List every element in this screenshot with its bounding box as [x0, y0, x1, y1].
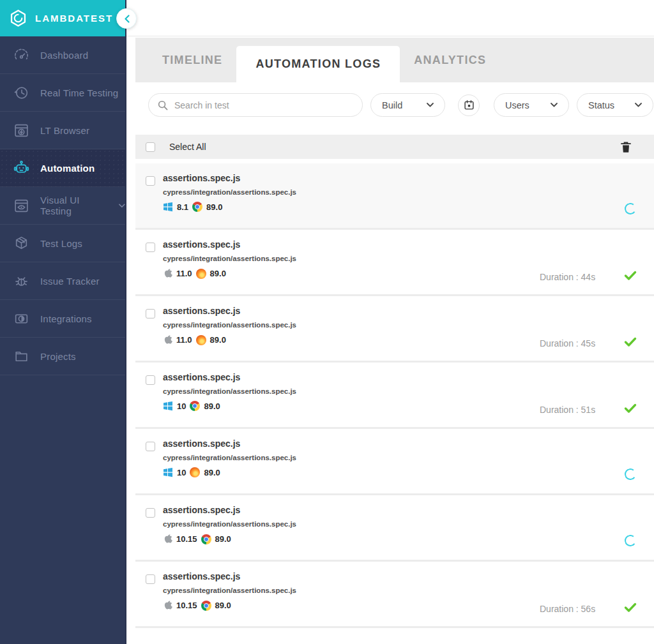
build-dropdown-label: Build [382, 100, 402, 110]
sidebar-item-visual-ui-testing[interactable]: Visual UI Testing [0, 187, 125, 225]
windows-icon [163, 467, 173, 477]
status-dropdown[interactable]: Status [577, 93, 653, 117]
calendar-button[interactable] [458, 94, 480, 116]
test-row[interactable]: assertions.spec.js cypress/integration/a… [135, 495, 654, 562]
os-version: 10 [177, 401, 186, 411]
test-title: assertions.spec.js [163, 306, 296, 316]
sidebar-item-label: Real Time Testing [40, 87, 118, 98]
status-passed-icon [624, 602, 637, 613]
brand-header: LAMBDATEST [0, 0, 125, 36]
build-dropdown[interactable]: Build [370, 93, 445, 117]
tab-timeline[interactable]: TIMELINE [148, 38, 236, 82]
sidebar-item-integrations[interactable]: Integrations [0, 300, 125, 338]
test-title: assertions.spec.js [163, 372, 296, 382]
sidebar-item-lt-browser[interactable]: LT Browser [0, 112, 125, 149]
chevron-left-icon [124, 15, 130, 23]
test-path: cypress/integration/assertions.spec.js [163, 454, 296, 461]
search-icon [158, 100, 168, 110]
test-row[interactable]: assertions.spec.js cypress/integration/a… [135, 363, 654, 429]
select-all-checkbox[interactable] [146, 142, 155, 152]
browser-version: 89.0 [215, 601, 231, 610]
firefox-icon [196, 269, 206, 279]
delete-trash-icon[interactable] [621, 141, 631, 153]
visual-ui-eye-icon [13, 197, 30, 214]
filter-bar: Build Users Status [135, 82, 654, 128]
windows-icon [163, 401, 173, 411]
test-path: cypress/integration/assertions.spec.js [163, 520, 296, 528]
sidebar-item-label: Projects [40, 351, 76, 362]
users-dropdown-label: Users [505, 100, 529, 110]
tab-bar: TIMELINE AUTOMATION LOGS ANALYTICS [135, 38, 654, 82]
duration-label: Duration : 45s [540, 338, 595, 348]
lambdatest-logo-icon [9, 9, 27, 27]
tab-automation-logs[interactable]: AUTOMATION LOGS [236, 46, 400, 82]
os-version: 10.15 [176, 601, 197, 610]
row-checkbox[interactable] [146, 574, 155, 584]
browser-version: 89.0 [204, 401, 220, 411]
browser-version: 89.0 [206, 202, 222, 212]
row-checkbox[interactable] [146, 176, 155, 186]
automation-robot-icon [13, 160, 30, 177]
sidebar-item-real-time-testing[interactable]: Real Time Testing [0, 74, 125, 112]
firefox-icon [196, 335, 206, 345]
sidebar-item-label: Test Logs [40, 238, 82, 249]
apple-icon [163, 600, 172, 611]
sidebar-collapse-button[interactable] [116, 8, 137, 29]
main-content: TIMELINE AUTOMATION LOGS ANALYTICS Build… [135, 38, 654, 644]
test-path: cypress/integration/assertions.spec.js [163, 321, 296, 329]
test-row[interactable]: assertions.spec.js cypress/integration/a… [135, 296, 654, 363]
status-passed-icon [624, 270, 637, 281]
chrome-icon [192, 202, 202, 212]
tab-analytics[interactable]: ANALYTICS [400, 38, 500, 82]
test-row[interactable]: assertions.spec.js cypress/integration/a… [135, 163, 654, 230]
test-row[interactable]: assertions.spec.js cypress/integration/a… [135, 429, 654, 495]
integrations-icon [13, 310, 30, 327]
test-logs-box-icon [13, 235, 30, 252]
users-dropdown[interactable]: Users [494, 93, 569, 117]
row-checkbox[interactable] [146, 442, 155, 451]
test-row[interactable]: assertions.spec.js cypress/integration/a… [135, 562, 654, 628]
status-dropdown-label: Status [588, 100, 614, 110]
chrome-icon [201, 534, 211, 544]
browser-version: 89.0 [204, 468, 220, 477]
realtime-clock-icon [13, 84, 30, 101]
os-version: 11.0 [176, 269, 192, 278]
chrome-icon [201, 601, 211, 611]
test-list: assertions.spec.js cypress/integration/a… [135, 163, 654, 628]
search-input[interactable] [174, 100, 353, 110]
test-path: cypress/integration/assertions.spec.js [163, 255, 296, 262]
test-title: assertions.spec.js [163, 438, 296, 449]
sidebar-nav: Dashboard Real Time Testing LT Browser [0, 36, 125, 375]
chrome-icon [190, 401, 200, 411]
browser-version: 89.0 [215, 534, 231, 544]
test-path: cypress/integration/assertions.spec.js [163, 188, 296, 196]
apple-icon [163, 334, 172, 345]
sidebar-item-dashboard[interactable]: Dashboard [0, 36, 125, 74]
lt-browser-icon [13, 122, 30, 139]
sidebar-item-test-logs[interactable]: Test Logs [0, 225, 125, 262]
browser-version: 89.0 [210, 269, 226, 278]
dashboard-gauge-icon [13, 47, 30, 64]
row-checkbox[interactable] [146, 375, 155, 385]
chevron-down-icon [551, 103, 558, 107]
os-version: 10.15 [176, 534, 197, 544]
sidebar-item-projects[interactable]: Projects [0, 338, 125, 375]
os-version: 8.1 [177, 202, 188, 212]
test-path: cypress/integration/assertions.spec.js [163, 387, 296, 395]
sidebar-item-label: LT Browser [40, 125, 89, 136]
duration-label: Duration : 44s [540, 272, 595, 282]
os-version: 10 [177, 468, 186, 477]
sidebar-item-automation[interactable]: Automation [0, 149, 125, 187]
duration-label: Duration : 51s [540, 405, 595, 415]
test-title: assertions.spec.js [163, 571, 296, 581]
row-checkbox[interactable] [146, 508, 155, 518]
status-passed-icon [624, 336, 637, 347]
row-checkbox[interactable] [146, 243, 155, 252]
test-title: assertions.spec.js [163, 239, 296, 250]
issue-bug-icon [13, 273, 30, 290]
test-row[interactable]: assertions.spec.js cypress/integration/a… [135, 230, 654, 296]
sidebar-item-label: Integrations [40, 313, 92, 324]
sidebar-item-issue-tracker[interactable]: Issue Tracker [0, 262, 125, 300]
row-checkbox[interactable] [146, 309, 155, 318]
brand-name: LAMBDATEST [35, 13, 113, 24]
